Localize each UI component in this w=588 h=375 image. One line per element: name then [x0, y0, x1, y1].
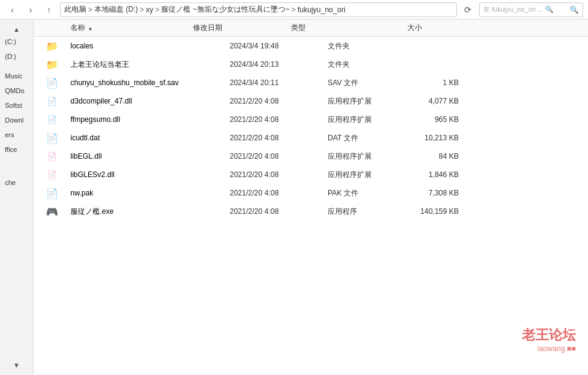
- sep4: >: [292, 6, 296, 14]
- file-icon-cell: 🎮: [34, 206, 70, 217]
- folder-icon: 📁: [47, 40, 58, 51]
- file-name-cell: ffmpegsumo.dll: [70, 115, 230, 124]
- file-name-cell: locales: [70, 42, 230, 50]
- dll-icon: 📄: [47, 96, 58, 107]
- table-row[interactable]: 📄 d3dcompiler_47.dll 2021/2/20 4:08 应用程序…: [34, 92, 588, 110]
- table-row[interactable]: 📁 locales 2024/3/4 19:48 文件夹: [34, 37, 588, 55]
- file-name-cell: nw.pak: [70, 189, 230, 197]
- forward-button[interactable]: ›: [23, 2, 38, 17]
- file-icon-cell: 📄: [34, 114, 70, 125]
- file-date-cell: 2021/2/20 4:08: [230, 170, 328, 179]
- table-row[interactable]: 📄 nw.pak 2021/2/20 4:08 PAK 文件 7,308 KB: [34, 184, 588, 202]
- file-size-cell: 10,213 KB: [407, 134, 469, 142]
- table-row[interactable]: 📄 libEGL.dll 2021/2/20 4:08 应用程序扩展 84 KB: [34, 147, 588, 165]
- col-date-header[interactable]: 修改日期: [193, 23, 291, 33]
- sidebar-item-d[interactable]: (D:): [0, 49, 33, 64]
- address-bar: ‹ › ↑ 此电脑 > 本地磁盘 (D:) > xy > 服従ノ檻 ~無垢な少女…: [0, 0, 588, 20]
- file-date-cell: 2024/3/4 19:48: [230, 42, 328, 50]
- sidebar-item-softst[interactable]: Softst: [0, 98, 33, 113]
- sidebar-item-c[interactable]: (C:): [0, 34, 33, 49]
- exe-icon: 🎮: [47, 206, 58, 217]
- breadcrumb-d[interactable]: 本地磁盘 (D:): [94, 4, 138, 15]
- sep1: >: [88, 6, 92, 14]
- file-icon-cell: 📁: [34, 59, 70, 70]
- file-date-cell: 2021/2/20 4:08: [230, 189, 328, 197]
- file-date-cell: 2021/2/20 4:08: [230, 97, 328, 105]
- file-name-cell: 服従ノ檻.exe: [70, 206, 230, 217]
- refresh-button[interactable]: ⟳: [461, 2, 475, 17]
- breadcrumb[interactable]: 此电脑 > 本地磁盘 (D:) > xy > 服従ノ檻 ~無垢な少女は性玩具に墜…: [60, 2, 457, 17]
- dll-icon: 📄: [47, 169, 58, 180]
- file-type-cell: 文件夹: [328, 59, 407, 70]
- file-name-cell: d3dcompiler_47.dll: [70, 97, 230, 105]
- file-icon: 📄: [47, 188, 58, 199]
- file-size-cell: 84 KB: [407, 152, 469, 161]
- col-name-header[interactable]: 名称 ▲: [34, 23, 193, 33]
- breadcrumb-game[interactable]: 服従ノ檻 ~無垢な少女は性玩具に墜つ~: [161, 4, 289, 15]
- breadcrumb-xy[interactable]: xy: [146, 6, 153, 14]
- file-icon: 📄: [47, 77, 58, 88]
- file-type-cell: 应用程序: [328, 206, 407, 217]
- sidebar-item-ers[interactable]: ers: [0, 127, 33, 142]
- file-icon-cell: 📄: [34, 169, 70, 180]
- table-row[interactable]: 📄 ffmpegsumo.dll 2021/2/20 4:08 应用程序扩展 9…: [34, 110, 588, 129]
- file-name-cell: 上老王论坛当老王: [70, 59, 230, 70]
- table-row[interactable]: 📄 chunyu_shokushu_mobile_sf.sav 2024/3/4…: [34, 74, 588, 92]
- file-size-cell: 4,077 KB: [407, 97, 469, 105]
- sidebar-item-ffice[interactable]: ffice: [0, 142, 33, 157]
- file-type-cell: 应用程序扩展: [328, 151, 407, 162]
- file-type-cell: SAV 文件: [328, 78, 407, 88]
- search-box[interactable]: 在 fukujyu_no_ori ... 🔍 🔍: [479, 2, 583, 17]
- table-row[interactable]: 📄 icudtl.dat 2021/2/20 4:08 DAT 文件 10,21…: [34, 129, 588, 147]
- breadcrumb-current[interactable]: fukujyu_no_ori: [298, 6, 345, 14]
- file-date-cell: 2021/2/20 4:08: [230, 134, 328, 142]
- table-row[interactable]: 📄 libGLESv2.dll 2021/2/20 4:08 应用程序扩展 1,…: [34, 165, 588, 184]
- sep3: >: [155, 6, 159, 14]
- search-icon: 🔍: [570, 6, 579, 14]
- file-size-cell: 965 KB: [407, 115, 469, 124]
- col-size-header[interactable]: 大小: [371, 23, 432, 33]
- sidebar-item-music[interactable]: Music: [0, 69, 33, 83]
- sidebar-item-downl[interactable]: Downl: [0, 113, 33, 127]
- file-size-cell: 1,846 KB: [407, 170, 469, 179]
- file-name-cell: libEGL.dll: [70, 152, 230, 161]
- file-name-cell: icudtl.dat: [70, 134, 230, 142]
- breadcrumb-pc[interactable]: 此电脑: [64, 4, 86, 15]
- file-type-cell: DAT 文件: [328, 133, 407, 143]
- file-icon-cell: 📄: [34, 188, 70, 199]
- file-date-cell: 2021/2/20 4:08: [230, 115, 328, 124]
- file-type-cell: 文件夹: [328, 41, 407, 51]
- sort-arrow-name: ▲: [88, 25, 93, 31]
- file-size-cell: 1 KB: [407, 78, 469, 87]
- table-row[interactable]: 📁 上老王论坛当老王 2024/3/4 20:13 文件夹: [34, 55, 588, 74]
- file-list: 📁 locales 2024/3/4 19:48 文件夹 📁 上老王论坛当老王 …: [34, 37, 588, 375]
- main-layout: ▲ (C:) (D:) Music QMDo Softst Downl ers …: [0, 20, 588, 375]
- dll-icon: 📄: [47, 151, 58, 162]
- file-name-cell: chunyu_shokushu_mobile_sf.sav: [70, 78, 230, 87]
- file-type-cell: PAK 文件: [328, 188, 407, 199]
- file-date-cell: 2021/2/20 4:08: [230, 152, 328, 161]
- file-icon-cell: 📁: [34, 40, 70, 51]
- file-type-cell: 应用程序扩展: [328, 96, 407, 107]
- sidebar-scroll-down[interactable]: ▼: [0, 360, 33, 370]
- dll-icon: 📄: [47, 114, 58, 125]
- file-size-cell: 7,308 KB: [407, 189, 469, 197]
- file-icon-cell: 📄: [34, 132, 70, 143]
- file-icon: 📄: [47, 132, 58, 143]
- file-size-cell: 140,159 KB: [407, 207, 469, 216]
- back-button[interactable]: ‹: [5, 2, 20, 17]
- file-icon-cell: 📄: [34, 77, 70, 88]
- table-row[interactable]: 🎮 服従ノ檻.exe 2021/2/20 4:08 应用程序 140,159 K…: [34, 202, 588, 221]
- col-name-label: 名称: [70, 23, 85, 33]
- sidebar-scroll-up[interactable]: ▲: [0, 25, 33, 34]
- column-header: 名称 ▲ 修改日期 类型 大小: [34, 20, 588, 37]
- folder-icon: 📁: [47, 59, 58, 70]
- file-date-cell: 2024/3/4 20:11: [230, 78, 328, 87]
- file-name-cell: libGLESv2.dll: [70, 170, 230, 179]
- sidebar-item-qmdo[interactable]: QMDo: [0, 83, 33, 98]
- sidebar-item-che[interactable]: che: [0, 175, 33, 190]
- up-button[interactable]: ↑: [42, 2, 56, 17]
- file-icon-cell: 📄: [34, 151, 70, 162]
- col-type-header[interactable]: 类型: [291, 23, 371, 33]
- search-placeholder: 在 fukujyu_no_ori ... 🔍: [483, 5, 554, 14]
